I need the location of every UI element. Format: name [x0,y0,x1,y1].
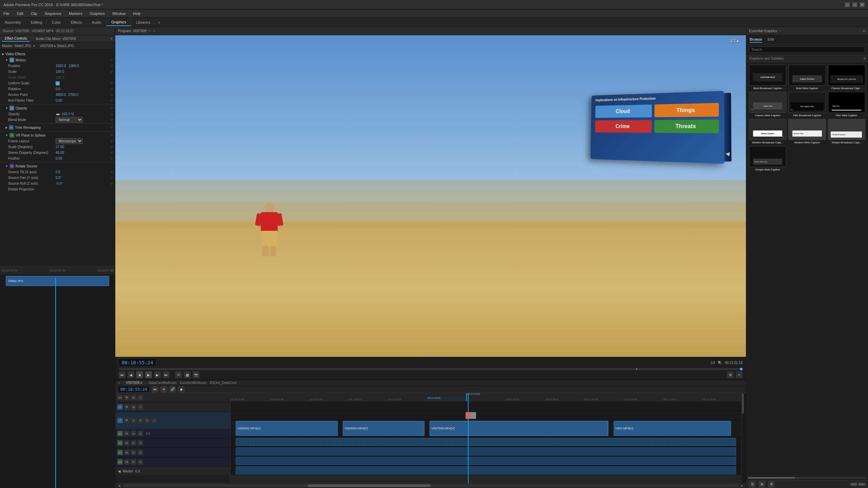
timeline-timecode[interactable]: 00:10:55:24 [118,386,150,393]
step-fwd-btn[interactable]: ▶ [154,371,161,378]
uniform-scale-checkbox[interactable]: ✓ [56,81,60,85]
a4-mute[interactable]: M [124,459,130,465]
section-vr-plane[interactable]: ▼ fx VR Plane to Sphere ↺ [0,132,115,138]
a1-mute[interactable]: S [138,431,143,436]
tab-audio-clip-mixer[interactable]: Audio Clip Mixer: V007009 [33,36,78,41]
go-to-out-btn[interactable]: ⏭ [163,371,170,378]
section-motion[interactable]: ▼ fx Motion ↺ [0,57,115,63]
prop-rotate-projection[interactable]: Rotate Projection [0,186,115,192]
v3-track-content[interactable] [231,401,741,411]
slide-btn-cloud[interactable]: Cloud [595,104,652,118]
tab-a3live[interactable]: A3Live_DataCore [210,381,237,385]
settings-btn[interactable]: ⚙ [727,371,734,378]
section-opacity[interactable]: ▼ fx Opacity ↺ [0,105,115,111]
tl-snap-btn[interactable]: 🔗 [169,386,176,393]
program-close[interactable]: ✕ [153,29,155,33]
eg-search-input[interactable] [749,46,865,53]
menu-edit[interactable]: Edit [16,11,25,16]
ws-tab-libraries[interactable]: Libraries [131,19,155,26]
menu-window[interactable]: Window [111,11,127,16]
slide-btn-crime[interactable]: Crime [595,120,651,133]
v1-add[interactable]: + [151,418,157,423]
eg-item-bold-broadcast[interactable]: CAPTION TEXT Bold Broadcast Caption [749,65,786,90]
section-rotate-source[interactable]: ▼ fx Rotate Source [0,163,115,169]
v2-track-content[interactable] [231,411,741,420]
v2-toggle[interactable]: V2 [117,404,123,410]
a4-track-content[interactable] [231,466,741,475]
tab-effect-controls[interactable]: Effect Controls [2,36,29,42]
loop-btn[interactable]: ↺ [175,371,182,378]
v1-toggle[interactable]: V1 [117,418,123,423]
tl-marker-btn[interactable]: ◆ [178,386,185,393]
a2-visibility[interactable]: M [124,440,130,446]
tl-ripple-btn[interactable]: ≋ [160,386,167,393]
eg-item-simple-broadcast[interactable]: Simple Broadcast Simple Broadcast Capt..… [828,119,865,144]
eg-section-arrow[interactable]: ▾ [864,57,865,60]
a3-toggle[interactable]: A3 [117,450,123,455]
a2-mute[interactable]: S [138,440,143,446]
v2-add[interactable]: + [138,404,143,410]
a3-track-content[interactable] [231,456,741,466]
eg-menu[interactable]: ≡ [779,29,781,33]
eg-item-film-broadcast[interactable]: Film Caption Here ✎ Film Broadcast Capti… [788,92,826,117]
tab-datacoremc[interactable]: DataCoreMulticam [149,381,177,385]
v1-solo[interactable]: S [144,418,150,423]
eg-settings[interactable]: ⚙ [768,481,775,488]
eg-slider[interactable] [850,483,857,486]
eg-slider2[interactable] [859,483,865,486]
tl-scroll-thumb-h[interactable] [308,484,431,487]
section-video-effects[interactable]: ▶ Video Effects [0,51,115,57]
v1-mute[interactable]: H [138,418,143,423]
a4-toggle[interactable]: A4 [117,459,123,465]
timeline-vertical-scrollbar[interactable] [741,393,746,483]
panel-close[interactable]: ✕ [110,37,113,41]
a2-toggle[interactable]: A2 [117,440,123,446]
a3-audio-block[interactable] [236,457,736,465]
a2-sync[interactable]: H [131,440,136,446]
eg-list-view[interactable]: ☰ [749,481,756,488]
a2-track-content[interactable] [231,447,741,456]
close-button[interactable]: ✕ [860,2,865,7]
eg-scroll-track[interactable] [748,477,867,479]
ws-tab-color[interactable]: Color [47,19,66,26]
eg-tab-edit[interactable]: Edit [768,37,774,43]
a1-visibility[interactable]: M [124,431,130,436]
a4-h[interactable]: H [131,459,136,465]
ws-tab-graphics[interactable]: Graphics [106,19,131,26]
menu-sequence[interactable]: Sequence [43,11,63,16]
eg-item-classic-web[interactable]: Caption Text ✎ Classic Web Caption [749,92,786,117]
eg-item-simple-web[interactable]: Simple Web Cap... Simple Web Caption [749,146,786,171]
play-btn[interactable]: ▶ [145,371,152,378]
v1-visibility[interactable]: 👁 [124,418,130,423]
v1-sync[interactable]: S [131,418,136,423]
eg-item-bold-web[interactable]: Caption Text Here Bold Web Caption [788,65,826,90]
v3-lock[interactable]: M [131,395,136,400]
eg-scroll-thumb[interactable] [748,477,795,479]
ws-tab-audio[interactable]: Audio [87,19,106,26]
eg-item-modern-broadcast[interactable]: Modern Caption ✎ Modern Broadcast Capt..… [749,119,786,144]
step-back-btn[interactable]: ◀ [127,371,134,378]
eg-grid-view[interactable]: ⊞ [758,481,765,488]
a1-sync[interactable]: H [131,431,136,436]
tab-v007009[interactable]: V007009 ≡ [123,380,145,385]
slide-btn-threats[interactable]: Threats [654,119,719,133]
a3-visibility[interactable]: M [124,450,130,455]
go-to-in-btn[interactable]: ⏮ [119,371,125,378]
minimize-button[interactable]: — [845,2,850,7]
ws-tab-editing[interactable]: Editing [26,19,47,26]
tl-in-btn[interactable]: ⏮ [152,386,158,393]
eg-close[interactable]: ✕ [863,29,865,33]
clip-v1-3[interactable]: V007009.MP4[V] [430,421,608,436]
ws-tab-effects[interactable]: Effects [66,19,87,26]
menu-clip[interactable]: Clip [29,11,39,16]
menu-markers[interactable]: Markers [67,11,84,16]
maximize-button[interactable]: □ [852,2,857,7]
a1-audio-block[interactable] [236,438,736,446]
slide-btn-things[interactable]: Things [654,103,719,117]
v3-visibility[interactable]: 👁 [124,395,130,400]
eg-item-classic-broadcast[interactable]: BROADCAST CAPTION Classic Broadcast Capt… [828,65,865,90]
safe-margin-btn[interactable]: ▦ [184,371,191,378]
v1-track-content[interactable]: V000002.MP4[V] V003004.MP4[V] V007009.MP… [231,420,741,437]
timeline-hamburger[interactable]: ≡ [118,381,120,385]
frame-layout-select[interactable]: Monoscopic [56,138,83,144]
